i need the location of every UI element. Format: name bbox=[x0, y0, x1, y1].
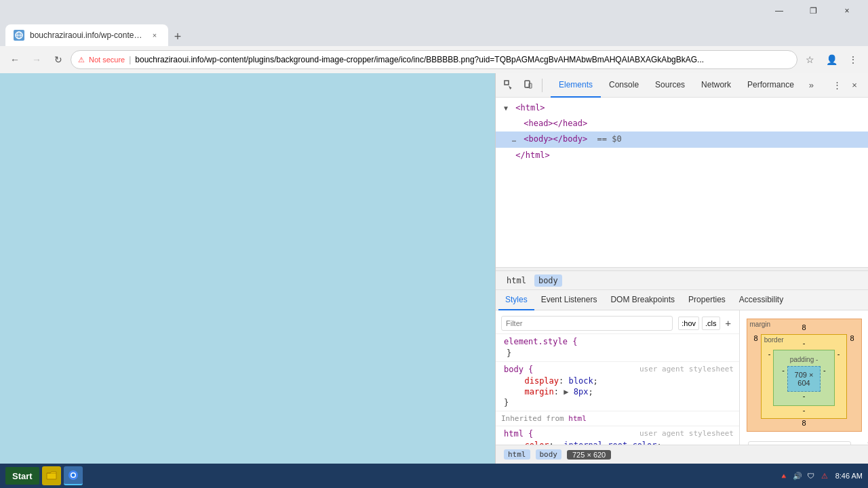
body-rule: body { user agent stylesheet display: bl… bbox=[496, 362, 739, 411]
devtools-close-button[interactable]: × bbox=[846, 77, 863, 94]
breadcrumb-body[interactable]: body bbox=[534, 274, 562, 287]
border-bottom-value: - bbox=[766, 406, 843, 414]
taskbar-chrome-icon[interactable] bbox=[64, 466, 83, 485]
element-style-selector: element.style { bbox=[504, 337, 734, 346]
devtools-settings-button[interactable]: ⋮ bbox=[829, 77, 845, 94]
close-button[interactable]: × bbox=[831, 1, 863, 20]
breadcrumb-bar: html body bbox=[496, 271, 868, 290]
tab-elements[interactable]: Elements bbox=[551, 73, 601, 98]
tab-bar: bouchraziraoui.info/wp-content/plugi... … bbox=[0, 22, 868, 46]
element-dimensions: 725 × 620 bbox=[567, 450, 611, 460]
colon-2: : bbox=[554, 387, 564, 396]
tab-performance[interactable]: Performance bbox=[739, 73, 802, 98]
margin-label: margin bbox=[750, 321, 771, 328]
svg-rect-3 bbox=[505, 81, 509, 85]
minimize-button[interactable]: — bbox=[764, 1, 795, 20]
toolbar-separator bbox=[542, 79, 542, 92]
browser-tab-active[interactable]: bouchraziraoui.info/wp-content/plugi... … bbox=[5, 24, 168, 46]
url-bar[interactable]: ⚠ Not secure | bouchraziraoui.info/wp-co… bbox=[71, 50, 797, 69]
border-label: border bbox=[764, 336, 784, 344]
tray-volume-icon[interactable]: 🔊 bbox=[792, 470, 803, 481]
element-style-rule: element.style { } bbox=[496, 334, 739, 362]
padding-label: padding - bbox=[779, 356, 828, 363]
devtools-toolbar: Elements Console Sources Network Perform… bbox=[496, 73, 868, 98]
inspect-icon bbox=[504, 80, 515, 91]
not-secure-label: Not secure bbox=[89, 56, 125, 64]
url-text: bouchraziraoui.info/wp-content/plugins/b… bbox=[135, 55, 704, 64]
title-bar: — ❐ × bbox=[0, 0, 868, 22]
dom-line-body[interactable]: … <body></body> == $0 bbox=[496, 131, 868, 147]
margin-prop: margin: ▶ 8px; bbox=[504, 386, 734, 397]
breadcrumb-tag-body[interactable]: body bbox=[536, 449, 562, 460]
style-tabs: Styles Event Listeners DOM Breakpoints P… bbox=[496, 290, 868, 310]
reload-button[interactable]: ↻ bbox=[49, 50, 68, 69]
tray-warning-icon[interactable]: ⚠ bbox=[819, 470, 830, 481]
tray-safety-icon[interactable]: 🛡 bbox=[806, 470, 816, 481]
prop-name-margin: margin bbox=[524, 387, 553, 396]
filter-actions: :hov .cls + bbox=[678, 317, 734, 330]
devtools-right-actions: ⋮ × bbox=[829, 77, 863, 94]
tab-dom-breakpoints[interactable]: DOM Breakpoints bbox=[604, 290, 682, 310]
computed-section: Show all ▶ color rgb(0, 0, 0) bbox=[743, 437, 865, 445]
semicolon-2: ; bbox=[588, 387, 593, 396]
add-rule-button[interactable]: + bbox=[723, 317, 734, 330]
svg-point-9 bbox=[71, 474, 75, 477]
security-icon: ⚠ bbox=[78, 56, 85, 64]
prop-value-display: block bbox=[568, 376, 593, 386]
dom-line-html-close[interactable]: </html> bbox=[496, 148, 868, 163]
dom-line-head[interactable]: <head></head> bbox=[496, 116, 868, 131]
devtools-tabs: Elements Console Sources Network Perform… bbox=[551, 73, 802, 98]
css-filter-input[interactable] bbox=[501, 316, 673, 331]
bookmark-button[interactable]: ☆ bbox=[800, 50, 819, 69]
window-controls: — ❐ × bbox=[764, 1, 863, 20]
filter-bar: :hov .cls + bbox=[496, 313, 739, 334]
taskbar-folder-icon[interactable] bbox=[42, 466, 61, 485]
taskbar-right: 🔺 🔊 🛡 ⚠ 8:46 AM bbox=[778, 470, 863, 481]
folder-icon bbox=[46, 471, 57, 481]
breadcrumb-tag-html[interactable]: html bbox=[504, 449, 530, 460]
tab-sources[interactable]: Sources bbox=[647, 73, 693, 98]
styles-panel: :hov .cls + element.style { } bbox=[496, 310, 868, 445]
styles-bottom-panel: html body Styles Event Listeners DOM Bre… bbox=[496, 271, 868, 445]
tab-properties[interactable]: Properties bbox=[682, 290, 732, 310]
tab-event-listeners[interactable]: Event Listeners bbox=[534, 290, 604, 310]
margin-bottom-value: 8 bbox=[751, 419, 857, 427]
more-tabs-button[interactable]: » bbox=[805, 77, 818, 94]
tab-network[interactable]: Network bbox=[693, 73, 739, 98]
chrome-taskbar-icon bbox=[68, 470, 79, 481]
breadcrumb-html[interactable]: html bbox=[502, 274, 530, 287]
device-toggle-button[interactable] bbox=[520, 77, 536, 94]
tab-console[interactable]: Console bbox=[601, 73, 647, 98]
tab-styles[interactable]: Styles bbox=[498, 290, 534, 310]
cls-button[interactable]: .cls bbox=[702, 317, 720, 330]
devtools-panel: Elements Console Sources Network Perform… bbox=[495, 73, 868, 464]
hov-button[interactable]: :hov bbox=[678, 317, 699, 330]
taskbar: Start 🔺 🔊 🛡 ⚠ 8:46 AM bbox=[0, 464, 868, 488]
taskbar-clock[interactable]: 8:46 AM bbox=[835, 472, 863, 480]
tray-network-icon[interactable]: 🔺 bbox=[778, 470, 789, 481]
content-size: 709 × 604 bbox=[792, 371, 816, 387]
profile-button[interactable]: 👤 bbox=[822, 50, 841, 69]
start-button[interactable]: Start bbox=[5, 467, 39, 485]
browser-menu-button[interactable]: ⋮ bbox=[844, 50, 863, 69]
maximize-button[interactable]: ❐ bbox=[797, 1, 829, 20]
tab-accessibility[interactable]: Accessibility bbox=[732, 290, 790, 310]
content-box: 709 × 604 bbox=[787, 366, 821, 392]
inspect-element-button[interactable] bbox=[501, 77, 517, 94]
close-tab-button[interactable]: × bbox=[149, 30, 160, 41]
new-tab-button[interactable]: + bbox=[168, 27, 187, 46]
body-selector: body { user agent stylesheet bbox=[504, 365, 734, 374]
tag-html-open: <html> bbox=[515, 103, 545, 113]
dom-line-html[interactable]: ▼ <html> bbox=[496, 100, 868, 116]
semicolon-1: ; bbox=[593, 376, 598, 386]
body-selector-text: body { bbox=[504, 365, 533, 374]
body-close-brace: } bbox=[504, 397, 734, 408]
css-rules-panel: :hov .cls + element.style { } bbox=[496, 310, 739, 445]
expand-arrow: ▼ bbox=[504, 103, 511, 114]
selector-text: element.style { bbox=[504, 337, 577, 346]
forward-button[interactable]: → bbox=[27, 50, 46, 69]
back-button[interactable]: ← bbox=[5, 50, 24, 69]
url-path: /wp-content/plugins/background-image-cro… bbox=[204, 55, 704, 64]
url-separator: | bbox=[129, 55, 131, 64]
border-left-value: - bbox=[766, 350, 774, 406]
